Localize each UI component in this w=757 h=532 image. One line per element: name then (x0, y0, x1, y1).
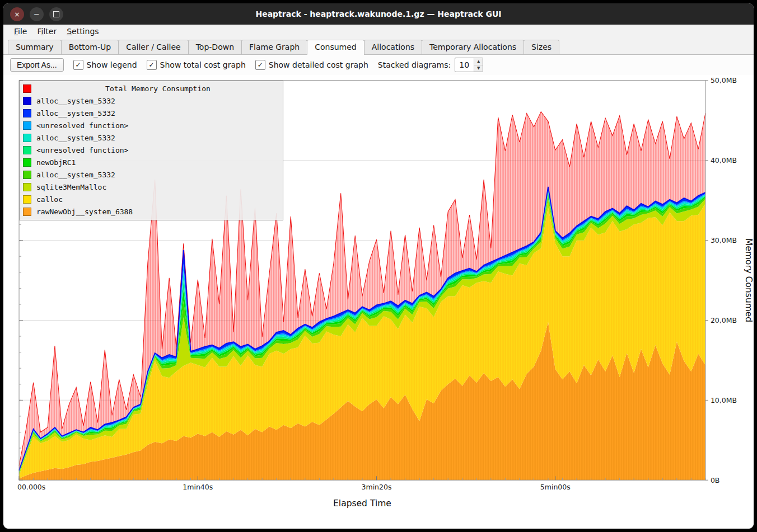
svg-text:00.000s: 00.000s (17, 483, 45, 491)
svg-text:20,0MB: 20,0MB (711, 316, 737, 324)
toolbar: Export As... ✓Show legend✓Show total cos… (3, 55, 754, 75)
x-axis-title: Elapsed Time (333, 498, 391, 509)
menu-file[interactable]: File (9, 26, 32, 37)
svg-text:5min00s: 5min00s (540, 483, 571, 491)
checkbox-group-container: ✓Show legend✓Show total cost graph✓Show … (73, 60, 368, 70)
chart-legend: Total Memory Consumptionalloc__system_53… (19, 81, 283, 220)
svg-text:0B: 0B (711, 476, 720, 484)
show-legend-group: ✓Show legend (73, 60, 137, 70)
show-detailed-cost-graph-group: ✓Show detailed cost graph (255, 60, 368, 70)
legend-swatch (23, 158, 31, 167)
legend-label: rawNewObj__system_6388 (36, 208, 133, 216)
legend-item: sqlite3MemMalloc (20, 181, 283, 193)
svg-text:10,0MB: 10,0MB (711, 396, 737, 404)
legend-swatch (23, 121, 31, 130)
svg-text:1min40s: 1min40s (183, 483, 213, 491)
menubar: FileFilterSettings (3, 25, 754, 38)
legend-item: <unresolved function> (20, 119, 283, 131)
legend-swatch (23, 97, 31, 105)
tab-top-down[interactable]: Top-Down (188, 40, 242, 54)
legend-title: Total Memory Consumption (36, 84, 279, 93)
svg-text:3min20s: 3min20s (361, 483, 391, 491)
legend-item: rawNewObj__system_6388 (20, 205, 283, 218)
stacked-diagrams-decrement[interactable]: ▼ (474, 65, 483, 72)
legend-title-row: Total Memory Consumption (20, 82, 283, 95)
legend-swatch (23, 195, 31, 204)
show-total-cost-graph-checkbox[interactable]: ✓ (147, 60, 157, 70)
show-total-cost-graph-label: Show total cost graph (160, 60, 246, 69)
legend-label: calloc (36, 195, 63, 204)
stacked-diagrams-spinbox[interactable]: 10 ▲ ▼ (455, 58, 483, 72)
legend-label: newObjRC1 (36, 158, 76, 167)
show-legend-checkbox[interactable]: ✓ (73, 60, 83, 70)
legend-swatch-total (23, 84, 31, 93)
show-legend-label: Show legend (87, 60, 137, 69)
export-as-button[interactable]: Export As... (10, 58, 64, 72)
maximize-icon (53, 11, 59, 17)
legend-label: sqlite3MemMalloc (36, 183, 106, 191)
legend-swatch (23, 134, 31, 142)
tab-allocations[interactable]: Allocations (364, 40, 422, 54)
legend-item: newObjRC1 (20, 156, 283, 168)
stacked-diagrams-spin-buttons: ▲ ▼ (474, 58, 483, 72)
legend-swatch (23, 146, 31, 154)
memory-consumption-chart[interactable]: 00.000s1min40s3min20s5min00s0B10,0MB20,0… (3, 75, 754, 529)
show-detailed-cost-graph-checkbox[interactable]: ✓ (255, 60, 265, 70)
legend-item: <unresolved function> (20, 144, 283, 156)
stacked-diagrams-group: Stacked diagrams: 10 ▲ ▼ (378, 58, 483, 72)
minimize-button[interactable]: − (30, 7, 44, 21)
heaptrack-window: × − Heaptrack - heaptrack.wakunode.1.gz … (3, 3, 754, 529)
tab-consumed[interactable]: Consumed (307, 40, 365, 55)
show-detailed-cost-graph-label: Show detailed cost graph (269, 60, 368, 69)
stacked-diagrams-increment[interactable]: ▲ (474, 58, 483, 65)
legend-label: <unresolved function> (36, 146, 128, 154)
legend-item: alloc__system_5332 (20, 95, 283, 107)
menu-filter[interactable]: Filter (32, 26, 62, 37)
legend-swatch (23, 171, 31, 179)
tab-bottom-up[interactable]: Bottom-Up (61, 40, 119, 54)
legend-item: alloc__system_5332 (20, 131, 283, 144)
legend-label: alloc__system_5332 (36, 97, 115, 105)
tabbar: SummaryBottom-UpCaller / CalleeTop-DownF… (3, 38, 754, 55)
stacked-diagrams-value: 10 (455, 58, 474, 72)
legend-item: calloc (20, 193, 283, 205)
legend-swatch (23, 183, 31, 191)
stacked-diagrams-label: Stacked diagrams: (378, 60, 451, 69)
legend-label: alloc__system_5332 (36, 171, 115, 179)
legend-label: <unresolved function> (36, 121, 128, 130)
tab-temporary-allocations[interactable]: Temporary Allocations (422, 40, 524, 54)
svg-text:30,0MB: 30,0MB (711, 236, 737, 244)
legend-label: alloc__system_5332 (36, 109, 115, 117)
legend-swatch (23, 208, 31, 216)
legend-item: alloc__system_5332 (20, 107, 283, 119)
legend-item: alloc__system_5332 (20, 168, 283, 181)
svg-text:50,0MB: 50,0MB (711, 76, 737, 84)
titlebar: × − Heaptrack - heaptrack.wakunode.1.gz … (3, 3, 754, 25)
tab-flame-graph[interactable]: Flame Graph (241, 40, 307, 54)
maximize-button[interactable] (49, 7, 63, 21)
legend-label: alloc__system_5332 (36, 134, 115, 142)
y-axis-title: Memory Consumed (744, 238, 754, 322)
menu-settings[interactable]: Settings (62, 26, 104, 37)
tab-caller-callee[interactable]: Caller / Callee (118, 40, 188, 54)
tab-summary[interactable]: Summary (8, 40, 62, 54)
window-title: Heaptrack - heaptrack.wakunode.1.gz — He… (3, 10, 754, 18)
window-controls: × − (10, 7, 63, 21)
show-total-cost-graph-group: ✓Show total cost graph (147, 60, 246, 70)
legend-swatch (23, 109, 31, 117)
tab-sizes[interactable]: Sizes (524, 40, 559, 54)
svg-text:40,0MB: 40,0MB (711, 156, 737, 164)
close-button[interactable]: × (10, 7, 24, 21)
